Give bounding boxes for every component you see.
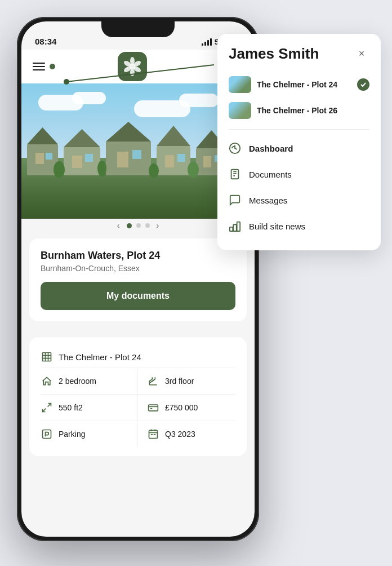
property-thumbnail-1 [229, 76, 251, 93]
dropdown-divider [229, 129, 369, 130]
property-thumbnail-2 [229, 102, 251, 119]
messages-label: Messages [249, 196, 287, 205]
menu-item-messages[interactable]: Messages [229, 187, 369, 213]
svg-point-29 [149, 163, 159, 178]
property-option-name-2: The Chelmer - Plot 26 [257, 106, 369, 115]
svg-rect-18 [132, 150, 141, 159]
user-dropdown-card: James Smith × The Chelmer - Plot 24 The … [217, 34, 381, 250]
svg-line-38 [48, 404, 51, 407]
app-logo [118, 52, 147, 81]
detail-size: 550 ft2 [41, 395, 138, 421]
detail-price: £750 000 [138, 395, 235, 421]
svg-marker-20 [157, 126, 190, 146]
size-label: 550 ft2 [59, 403, 83, 412]
documents-icon [229, 168, 241, 180]
carousel-dot-3[interactable] [145, 223, 150, 228]
svg-rect-57 [230, 227, 233, 231]
property-title: Burnham Waters, Plot 24 [41, 250, 235, 262]
size-icon [41, 401, 53, 414]
bedroom-label: 2 bedroom [59, 377, 96, 386]
detail-parking: Parking [41, 421, 138, 447]
svg-marker-16 [106, 122, 151, 142]
plot-name-row: The Chelmer - Plot 24 [41, 346, 235, 368]
user-name: James Smith [229, 45, 319, 63]
dropdown-header: James Smith × [229, 45, 369, 63]
carousel-next-button[interactable]: › [154, 219, 162, 232]
property-option-1[interactable]: The Chelmer - Plot 24 [229, 72, 369, 98]
property-location: Burnham-On-Crouch, Essex [41, 264, 235, 273]
svg-point-30 [188, 162, 199, 178]
plot-name-label: The Chelmer - Plot 24 [59, 352, 141, 362]
calendar-icon [147, 428, 159, 440]
selected-check-icon [357, 78, 369, 91]
details-grid: 2 bedroom 3rd floor [41, 368, 235, 447]
property-details-card: The Chelmer - Plot 24 2 bedroom [29, 337, 247, 456]
status-time: 08:34 [35, 37, 56, 46]
messages-icon [229, 194, 241, 206]
parking-icon [41, 428, 53, 440]
detail-floor: 3rd floor [138, 368, 235, 395]
svg-marker-12 [64, 129, 100, 147]
svg-rect-22 [177, 154, 185, 162]
hamburger-menu[interactable] [33, 63, 45, 70]
logo-icon [122, 56, 142, 77]
completion-label: Q3 2023 [165, 430, 195, 439]
svg-line-39 [43, 409, 46, 412]
menu-item-dashboard[interactable]: Dashboard [229, 135, 369, 161]
menu-item-build-site-news[interactable]: Build site news [229, 213, 369, 239]
carousel-dot-2[interactable] [136, 223, 141, 228]
building-icon [41, 351, 53, 363]
menu-item-documents[interactable]: Documents [229, 161, 369, 187]
home-icon [41, 375, 53, 387]
dashboard-label: Dashboard [249, 144, 293, 153]
svg-marker-8 [27, 127, 58, 144]
svg-rect-40 [149, 405, 158, 411]
svg-rect-43 [43, 430, 51, 439]
detail-completion: Q3 2023 [138, 421, 235, 447]
floor-label: 3rd floor [165, 377, 194, 386]
svg-rect-44 [149, 430, 158, 438]
signal-bars-icon [202, 39, 212, 46]
close-dropdown-button[interactable]: × [354, 46, 369, 62]
documents-label: Documents [249, 170, 292, 179]
svg-rect-59 [237, 222, 240, 232]
svg-rect-17 [117, 152, 128, 167]
parking-label: Parking [59, 430, 85, 439]
svg-rect-10 [46, 153, 52, 160]
floor-icon [147, 375, 159, 387]
property-info-card: Burnham Waters, Plot 24 Burnham-On-Crouc… [29, 238, 247, 321]
svg-point-1 [130, 57, 135, 65]
carousel-dot-1[interactable] [127, 223, 132, 228]
property-option-name-1: The Chelmer - Plot 24 [257, 80, 351, 89]
detail-bedroom: 2 bedroom [41, 368, 138, 395]
cloud-4 [179, 94, 219, 107]
build-site-news-icon [229, 220, 241, 232]
carousel-prev-button[interactable]: ‹ [115, 219, 122, 232]
svg-point-28 [97, 161, 106, 176]
svg-rect-9 [35, 153, 44, 164]
price-label: £750 000 [165, 403, 198, 412]
svg-rect-13 [72, 156, 82, 168]
svg-rect-25 [203, 156, 211, 167]
svg-point-4 [130, 68, 135, 76]
svg-rect-58 [233, 224, 237, 231]
svg-rect-14 [85, 154, 93, 162]
cloud-2 [72, 92, 106, 104]
menu-dot-indicator [50, 64, 55, 69]
my-documents-button[interactable]: My documents [41, 282, 235, 310]
price-icon [147, 401, 159, 414]
property-option-2[interactable]: The Chelmer - Plot 26 [229, 98, 369, 123]
dashboard-icon [229, 142, 241, 154]
notch [101, 21, 175, 37]
svg-rect-31 [43, 353, 51, 361]
svg-rect-21 [165, 155, 174, 167]
svg-point-27 [54, 161, 65, 178]
build-site-news-label: Build site news [249, 222, 305, 231]
